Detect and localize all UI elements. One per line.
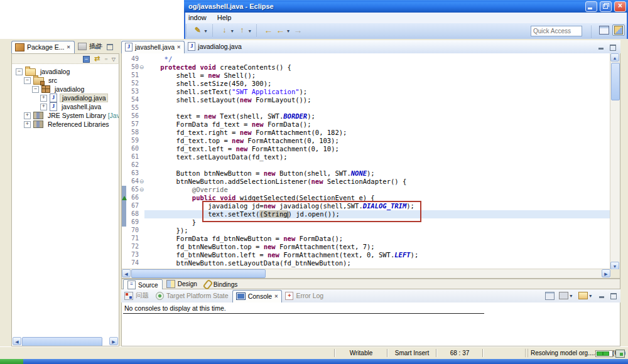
minimize-editor-icon[interactable] bbox=[597, 44, 605, 51]
editor-vscrollbar[interactable]: ▲ ▼ bbox=[610, 53, 620, 270]
link-with-editor-icon[interactable] bbox=[94, 54, 100, 63]
code-line-53[interactable]: 53 shell.setText("SWT Application"); bbox=[122, 88, 610, 96]
expand-expander-icon[interactable]: + bbox=[40, 104, 47, 110]
maximize-view-icon[interactable] bbox=[106, 43, 114, 50]
editor-hscrollbar[interactable]: ◀ ▶ bbox=[122, 269, 610, 278]
view-tab-bindings[interactable]: Bindings bbox=[201, 279, 241, 289]
code-line-60[interactable]: 60 fd_text.left = new FormAttachment(0, … bbox=[122, 145, 610, 153]
scrollbar-thumb[interactable] bbox=[131, 269, 266, 278]
code-area[interactable]: 49 */50 protected void createContents() … bbox=[122, 53, 610, 272]
scroll-left-icon[interactable]: ◀ bbox=[122, 269, 131, 277]
console-tab-target-platform-state[interactable]: Target Platform State bbox=[153, 290, 232, 302]
open-console-icon[interactable] bbox=[545, 292, 555, 300]
collapse-expander-icon[interactable]: − bbox=[16, 68, 23, 75]
code-line-57[interactable]: 57 FormData fd_text = new FormData(); bbox=[122, 120, 610, 129]
code-line-72[interactable]: 72 fd_btnNewButton.top = new FormAttachm… bbox=[122, 243, 610, 251]
window-minimize-button[interactable] bbox=[585, 1, 597, 12]
start-button-edge[interactable] bbox=[0, 359, 23, 364]
view-tab-design[interactable]: Design bbox=[163, 279, 201, 289]
tree-item-src[interactable]: −src bbox=[12, 75, 119, 84]
window-close-button[interactable] bbox=[614, 1, 626, 12]
code-line-59[interactable]: 59 fd_text.top = new FormAttachment(0, 1… bbox=[122, 137, 610, 145]
expand-expander-icon[interactable]: + bbox=[24, 121, 31, 128]
code-line-54[interactable]: 54 shell.setLayout(new FormLayout()); bbox=[122, 96, 610, 104]
forward-history-icon[interactable] bbox=[293, 24, 303, 36]
tree-item-jre-system-library[interactable]: +JRE System Library [JavaSE-1. bbox=[12, 110, 119, 119]
editor-tab-javashell.java[interactable]: javashell.java bbox=[121, 41, 185, 54]
quick-access-input[interactable] bbox=[531, 26, 582, 36]
tree-item-javadialog[interactable]: −javadialog bbox=[12, 67, 119, 75]
code-line-51[interactable]: 51 shell = new Shell(); bbox=[122, 72, 610, 80]
more-actions-icon[interactable] bbox=[104, 54, 107, 64]
code-line-49[interactable]: 49 */ bbox=[122, 55, 610, 63]
new-console-dropdown-icon[interactable] bbox=[588, 291, 593, 299]
fold-collapse-icon[interactable] bbox=[139, 186, 144, 194]
taskbar-strip[interactable] bbox=[0, 359, 628, 364]
editor-content[interactable]: 49 */50 protected void createContents() … bbox=[121, 53, 620, 279]
collapse-expander-icon[interactable]: − bbox=[24, 77, 31, 84]
code-line-71[interactable]: 71 FormData fd_btnNewButton = new FormDa… bbox=[122, 235, 610, 243]
menu-window[interactable]: indow bbox=[184, 13, 211, 23]
scroll-left-icon[interactable]: ◀ bbox=[13, 337, 21, 345]
collapse-expander-icon[interactable]: − bbox=[32, 86, 39, 93]
back-last-edit-icon[interactable] bbox=[275, 24, 285, 36]
fold-collapse-icon[interactable] bbox=[139, 178, 144, 186]
view-menu-icon[interactable] bbox=[112, 54, 116, 64]
collapse-all-icon[interactable] bbox=[83, 54, 90, 63]
close-icon[interactable] bbox=[67, 44, 70, 50]
tree-item-javashell.java[interactable]: +javashell.java bbox=[12, 102, 119, 110]
minimize-view-icon[interactable] bbox=[94, 43, 102, 50]
active-perspective-button[interactable] bbox=[612, 24, 625, 36]
prev-annotation-icon[interactable] bbox=[237, 24, 247, 36]
new-console-icon[interactable] bbox=[578, 292, 588, 299]
code-line-64[interactable]: 64 btnNewButton.addSelectionListener(new… bbox=[122, 178, 610, 186]
console-tab-问题[interactable]: 问题 bbox=[121, 290, 153, 302]
back-history-icon[interactable] bbox=[263, 24, 273, 36]
tree-item-javadialog[interactable]: −javadialog bbox=[12, 84, 119, 93]
next-annotation-icon[interactable] bbox=[219, 24, 229, 36]
display-selected-console-icon[interactable] bbox=[559, 292, 568, 299]
package-explorer-hscrollbar[interactable]: ◀ ▶ bbox=[13, 337, 118, 345]
menu-help[interactable]: Help bbox=[213, 13, 236, 23]
scrollbar-thumb[interactable] bbox=[22, 337, 102, 346]
scroll-right-icon[interactable]: ▶ bbox=[109, 337, 118, 345]
close-icon[interactable] bbox=[274, 293, 278, 299]
code-line-52[interactable]: 52 shell.setSize(450, 300); bbox=[122, 80, 610, 88]
next-annotation-dropdown-icon[interactable] bbox=[229, 24, 235, 36]
code-line-73[interactable]: 73 fd_btnNewButton.left = new FormAttach… bbox=[122, 251, 610, 259]
code-line-61[interactable]: 61 text.setLayoutData(fd_text); bbox=[122, 153, 610, 161]
expand-expander-icon[interactable]: + bbox=[40, 95, 47, 102]
code-line-56[interactable]: 56 text = new Text(shell, SWT.BORDER); bbox=[122, 112, 610, 120]
tree-item-referenced-libraries[interactable]: +Referenced Libraries bbox=[12, 119, 119, 128]
close-icon[interactable] bbox=[177, 44, 180, 50]
minimize-console-icon[interactable] bbox=[598, 292, 605, 299]
fold-collapse-icon[interactable] bbox=[139, 63, 144, 72]
code-line-62[interactable]: 62 bbox=[122, 161, 610, 169]
back-dropdown-icon[interactable] bbox=[285, 24, 291, 36]
maximize-console-icon[interactable] bbox=[610, 292, 617, 299]
code-line-50[interactable]: 50 protected void createContents() { bbox=[122, 63, 610, 72]
code-line-70[interactable]: 70 }); bbox=[122, 227, 610, 235]
maximize-editor-icon[interactable] bbox=[609, 44, 617, 51]
code-line-58[interactable]: 58 fd_text.right = new FormAttachment(0,… bbox=[122, 129, 610, 137]
tree-item-javadialog.java[interactable]: +javadialog.java bbox=[12, 93, 119, 102]
code-line-63[interactable]: 63 Button btnNewButton = new Button(shel… bbox=[122, 169, 610, 178]
scroll-up-icon[interactable]: ▲ bbox=[610, 53, 619, 62]
open-perspective-icon[interactable] bbox=[599, 26, 609, 35]
code-line-65[interactable]: 65 @Override bbox=[122, 186, 610, 194]
scroll-right-icon[interactable]: ▶ bbox=[602, 269, 610, 277]
console-tab-error-log[interactable]: Error Log bbox=[282, 290, 327, 302]
view-tab-source[interactable]: Source bbox=[123, 279, 163, 290]
code-line-55[interactable]: 55 bbox=[122, 104, 610, 112]
scrollbar-thumb[interactable] bbox=[611, 63, 620, 100]
window-titlebar[interactable]: og/javashell.java - Eclipse bbox=[184, 0, 628, 13]
code-line-74[interactable]: 74 btnNewButton.setLayoutData(fd_btnNewB… bbox=[122, 259, 610, 267]
window-restore-button[interactable] bbox=[600, 1, 612, 12]
new-wizard-icon[interactable] bbox=[193, 24, 203, 36]
editor-tab-javadialog.java[interactable]: javadialog.java bbox=[185, 41, 245, 53]
background-jobs-icon[interactable] bbox=[615, 350, 625, 358]
view-tab-package-e...[interactable]: Package E... bbox=[11, 41, 75, 54]
prev-annotation-dropdown-icon[interactable] bbox=[247, 24, 252, 36]
display-console-dropdown-icon[interactable] bbox=[568, 291, 574, 299]
new-wizard-dropdown-icon[interactable] bbox=[203, 24, 208, 36]
